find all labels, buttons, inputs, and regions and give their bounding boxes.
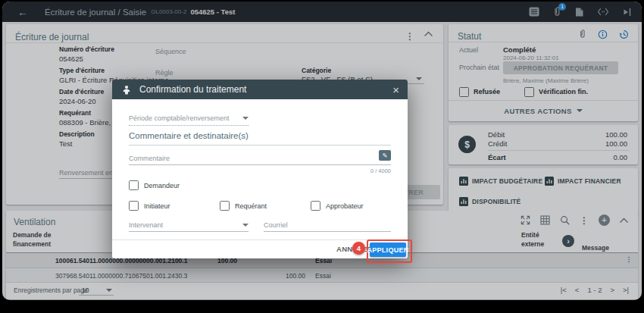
- chevron-down-icon: [242, 117, 249, 120]
- close-icon[interactable]: ×: [392, 84, 399, 95]
- demandeur-label: Demandeur: [144, 182, 180, 189]
- apply-button[interactable]: APPLIQUER: [370, 243, 406, 257]
- commentaire-input[interactable]: Commentaire ✎: [129, 152, 391, 165]
- app-canvas: ← Écriture de journal / Saisie GL0003-00…: [0, 0, 644, 313]
- person-icon: [121, 85, 132, 95]
- initiateur-checkbox[interactable]: [129, 201, 139, 211]
- confirmation-modal: Confirmation du traitement × Période com…: [112, 80, 408, 258]
- chevron-down-icon: [242, 224, 249, 227]
- approbateur-checkbox[interactable]: [311, 201, 320, 211]
- periode-select[interactable]: Période comptable/renversement: [129, 113, 249, 126]
- demandeur-checkbox[interactable]: [129, 180, 139, 190]
- courriel-input[interactable]: Courriel: [264, 219, 391, 232]
- modal-title: Confirmation du traitement: [139, 84, 246, 95]
- approbateur-label: Approbateur: [326, 202, 364, 210]
- section-title: Commentaire et destinataire(s): [129, 131, 249, 140]
- edit-comment-icon[interactable]: ✎: [379, 150, 391, 161]
- requerant-checkbox[interactable]: [220, 201, 230, 211]
- initiateur-label: Initiateur: [144, 202, 170, 210]
- intervenant-select[interactable]: Intervenant: [129, 219, 249, 232]
- app-window: ← Écriture de journal / Saisie GL0003-00…: [2, 2, 642, 300]
- char-counter: 0 / 4000: [129, 167, 391, 174]
- requerant-label: Requérant: [235, 202, 267, 210]
- modal-header: Confirmation du traitement ×: [112, 80, 408, 99]
- step-annotation-badge: 4: [352, 242, 365, 255]
